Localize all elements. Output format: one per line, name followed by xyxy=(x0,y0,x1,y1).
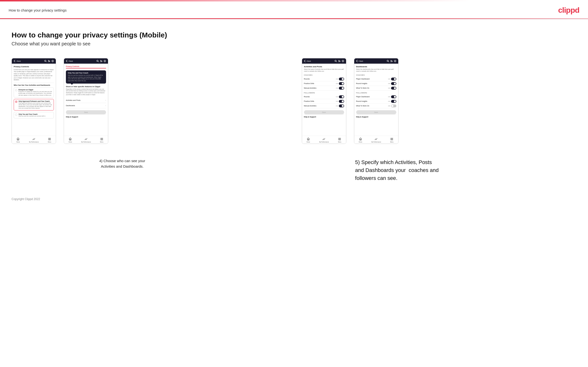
toggle-pill-c-rounds[interactable] xyxy=(339,78,344,80)
caption-5: 5) Specify which Activities, Postsand Da… xyxy=(355,158,439,182)
toggle-coaches-round-insights: Round Insights ON xyxy=(356,81,396,86)
radio-label-3: Only You and Your Coach xyxy=(18,113,45,115)
toggle-pill-f-manual[interactable] xyxy=(339,104,344,107)
back-button-1[interactable]: < Back xyxy=(14,60,21,62)
toggle-coaches-player-dash: Player Dashboard ON xyxy=(356,77,396,81)
phone-screen-1: < Back Privacy Controls Control how you … xyxy=(12,58,56,144)
section-desc-1: Control how you and your data appears to… xyxy=(14,69,54,81)
radio-circle-2 xyxy=(15,101,17,103)
nav-menu-3[interactable]: Menu xyxy=(338,137,341,143)
bottom-captions-row: 4) Choose who can see yourActivities and… xyxy=(12,153,576,182)
toggle-pill-f-rounds[interactable] xyxy=(339,95,344,98)
nav-performance-1[interactable]: My Performance xyxy=(29,137,39,143)
toggle-coaches-rounds: Rounds ON xyxy=(304,77,344,81)
toggle-pill-c-practice[interactable] xyxy=(339,82,344,85)
phone-topbar-4: < Back xyxy=(354,58,398,64)
toggle-followers-rounds: Rounds ON xyxy=(304,95,344,99)
phone-body-2: Privacy Controls Only You and Your Coach… xyxy=(64,64,108,136)
coaches-label-3: COACHES xyxy=(304,74,344,76)
topbar-icons-2 xyxy=(96,60,106,62)
toggle-pill-f-playerdash[interactable] xyxy=(391,95,396,98)
phone-screen-3: < Back Activities and Posts Select the t… xyxy=(302,58,346,144)
followers-label-4: FOLLOWERS xyxy=(356,92,396,94)
help-support-3: Help & Support xyxy=(304,114,344,119)
chevron-activities: › xyxy=(105,99,106,101)
modal-bubble: Only You and Your Coach Only you and the… xyxy=(66,70,106,83)
save-button-3[interactable]: Save xyxy=(304,110,344,114)
nav-home-1[interactable]: Home xyxy=(16,137,20,143)
radio-everyone[interactable]: Everyone on Clippd Everyone on Clippd ca… xyxy=(14,87,54,97)
radio-desc-1: Everyone on Clippd can search for you an… xyxy=(18,91,52,96)
dashboards-link[interactable]: Dashboards › xyxy=(66,103,106,108)
activities-link[interactable]: Activities and Posts › xyxy=(66,98,106,103)
phone-body-1: Privacy Controls Control how you and you… xyxy=(12,64,56,136)
toggle-pill-c-playerdash[interactable] xyxy=(391,78,396,80)
back-button-3[interactable]: < Back xyxy=(304,60,311,62)
subsection-title-1: Who Can See Your Activities and Dashboar… xyxy=(14,84,54,86)
nav-home-3[interactable]: Home xyxy=(306,137,310,143)
screen1-group: < Back Privacy Controls Control how you … xyxy=(12,58,56,144)
nav-performance-3[interactable]: My Performance xyxy=(319,137,329,143)
page-heading: How to change your privacy settings (Mob… xyxy=(12,31,576,39)
dashboards-title-4: Dashboards xyxy=(356,66,396,68)
screen3-group: < Back Activities and Posts Select the t… xyxy=(302,58,346,144)
main-content: How to change your privacy settings (Mob… xyxy=(0,19,588,190)
nav-menu-4[interactable]: Menu xyxy=(390,137,393,143)
nav-menu-2[interactable]: Menu xyxy=(100,137,104,143)
toggle-followers-what-work: What To Work On ON xyxy=(356,104,396,108)
chevron-dashboards: › xyxy=(105,104,106,107)
nav-home-2[interactable]: Home xyxy=(69,137,72,143)
screen2-group: < Back Privacy Controls Only Yo xyxy=(64,58,108,144)
phone-body-3: Activities and Posts Select the types of… xyxy=(302,64,346,136)
page-subheading: Choose what you want people to see xyxy=(12,41,576,47)
toggle-followers-practice: Practice Drills ON xyxy=(304,99,344,104)
svg-point-7 xyxy=(101,60,101,61)
toggle-pill-c-manual[interactable] xyxy=(339,87,344,90)
nav-home-4[interactable]: Home xyxy=(359,137,362,143)
nav-menu-1[interactable]: Menu xyxy=(48,137,51,143)
toggle-pill-f-practice[interactable] xyxy=(339,100,344,103)
back-button-4[interactable]: < Back xyxy=(356,60,363,62)
nav-performance-4[interactable]: My Performance xyxy=(371,137,381,143)
phone-screen-4: < Back Dashboards Select the dashboards … xyxy=(354,58,398,144)
activities-title-3: Activities and Posts xyxy=(304,66,344,68)
show-hide-desc: Regardless of the privacy controls that … xyxy=(66,88,106,96)
toggle-pill-c-insights[interactable] xyxy=(391,82,396,85)
svg-point-1 xyxy=(48,60,49,61)
svg-point-0 xyxy=(44,60,46,61)
show-hide-title: Show or hide specific features in Clippd xyxy=(66,85,106,88)
modal-desc: Only you and the coaches you connect wit… xyxy=(68,75,104,82)
activities-desc-3: Select the types of activity that you'd … xyxy=(304,68,344,72)
tab-bar-2: Privacy Controls xyxy=(66,66,106,68)
toggle-pill-f-whatwork[interactable] xyxy=(391,104,396,107)
section-title-1: Privacy Controls xyxy=(14,66,54,68)
radio-only-you[interactable]: Only You and Your Coach Only you and the… xyxy=(14,112,54,118)
topbar-icons-1 xyxy=(44,60,54,62)
radio-desc-2: Only approved followers and coaches you … xyxy=(18,102,52,109)
toggle-coaches-what-work: What To Work On ON xyxy=(356,86,396,91)
svg-point-18 xyxy=(387,60,388,61)
save-button-2[interactable]: Save xyxy=(66,110,106,114)
help-support-2: Help & Support xyxy=(66,114,106,119)
toggle-pill-c-whatwork[interactable] xyxy=(391,87,396,90)
save-button-4[interactable]: Save xyxy=(356,110,396,114)
nav-performance-2[interactable]: My Performance xyxy=(81,137,91,143)
privacy-tab-2[interactable]: Privacy Controls xyxy=(66,66,79,68)
radio-circle-3 xyxy=(15,114,17,116)
back-button-2[interactable]: < Back xyxy=(66,60,73,62)
breadcrumb: How to change your privacy settings xyxy=(9,8,67,12)
caption-5-group: 5) Specify which Activities, Postsand Da… xyxy=(344,153,576,182)
toggle-pill-f-insights[interactable] xyxy=(391,100,396,103)
phone-body-4: Dashboards Select the dashboards that yo… xyxy=(354,64,398,136)
toggle-followers-round-insights: Round Insights ON xyxy=(356,99,396,104)
radio-desc-3: Only you and the coaches you connect wit… xyxy=(18,115,45,117)
coaches-label-4: COACHES xyxy=(356,74,396,76)
radio-approved[interactable]: Only Approved Followers and Your Coach O… xyxy=(14,99,54,111)
copyright: Copyright Clippd 2022 xyxy=(0,190,588,209)
caption-4: 4) Choose who can see yourActivities and… xyxy=(99,158,145,169)
bottom-nav-1: Home My Performance Menu xyxy=(12,136,56,144)
toggle-coaches-practice: Practice Drills ON xyxy=(304,81,344,86)
radio-label-1: Everyone on Clippd xyxy=(18,89,52,91)
bottom-nav-2: Home My Performance Menu xyxy=(64,136,108,144)
phone-topbar-1: < Back xyxy=(12,58,56,64)
